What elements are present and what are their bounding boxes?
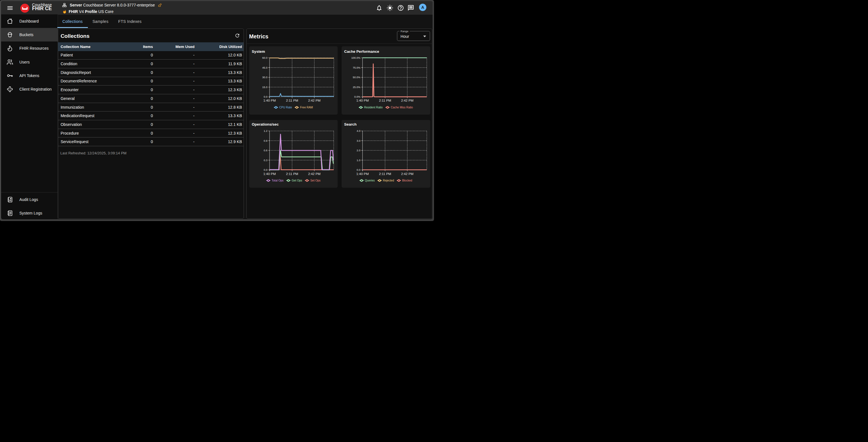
svg-text:60.0: 60.0: [262, 56, 268, 59]
svg-text:Get Ops: Get Ops: [291, 179, 302, 182]
svg-text:0.0: 0.0: [356, 168, 360, 171]
svg-text:2:42 PM: 2:42 PM: [308, 172, 320, 176]
svg-text:50.0%: 50.0%: [353, 76, 361, 79]
svg-text:3.0: 3.0: [356, 139, 360, 142]
svg-text:2:42 PM: 2:42 PM: [401, 172, 413, 176]
svg-text:2:42 PM: 2:42 PM: [401, 99, 413, 102]
svg-text:Search: Search: [344, 122, 356, 127]
svg-text:0.3: 0.3: [264, 159, 267, 162]
svg-text:0.0: 0.0: [264, 168, 267, 171]
svg-text:1:40 PM: 1:40 PM: [356, 172, 369, 176]
svg-text:2:11 PM: 2:11 PM: [286, 99, 298, 102]
svg-text:Resident Ratio: Resident Ratio: [364, 106, 383, 109]
svg-text:Free RAM: Free RAM: [300, 106, 313, 109]
svg-text:2:42 PM: 2:42 PM: [308, 99, 320, 102]
svg-text:CPU Rate: CPU Rate: [279, 106, 292, 109]
svg-text:0.0: 0.0: [264, 95, 267, 98]
svg-text:1:40 PM: 1:40 PM: [356, 99, 369, 102]
svg-text:1:40 PM: 1:40 PM: [264, 172, 276, 176]
svg-text:Cache Miss Ratio: Cache Miss Ratio: [391, 106, 413, 109]
svg-text:0.6: 0.6: [264, 149, 267, 152]
svg-text:2:11 PM: 2:11 PM: [379, 99, 391, 102]
svg-text:100.0%: 100.0%: [351, 56, 361, 59]
svg-text:4.0: 4.0: [356, 129, 360, 132]
svg-text:75.0%: 75.0%: [353, 66, 361, 69]
svg-text:25.0%: 25.0%: [353, 86, 361, 89]
svg-text:Rejected: Rejected: [383, 179, 394, 182]
svg-text:Total Ops: Total Ops: [272, 179, 283, 182]
svg-text:System: System: [252, 49, 265, 54]
svg-text:Operations/sec: Operations/sec: [252, 122, 279, 127]
svg-text:1.0: 1.0: [356, 159, 360, 162]
svg-text:2.0: 2.0: [356, 149, 360, 152]
svg-text:Cache Performance: Cache Performance: [344, 49, 379, 54]
svg-text:15.0: 15.0: [262, 86, 268, 89]
svg-text:Set Ops: Set Ops: [310, 179, 320, 182]
svg-text:2:11 PM: 2:11 PM: [379, 172, 391, 176]
svg-text:45.0: 45.0: [262, 66, 268, 69]
svg-text:30.0: 30.0: [262, 76, 268, 79]
svg-text:0.9: 0.9: [264, 139, 267, 142]
svg-text:1:40 PM: 1:40 PM: [264, 99, 276, 102]
svg-text:0.0%: 0.0%: [354, 95, 361, 98]
svg-text:2:11 PM: 2:11 PM: [286, 172, 298, 176]
svg-text:1.2: 1.2: [264, 129, 267, 132]
svg-text:Queries: Queries: [365, 179, 375, 182]
svg-text:Blocked: Blocked: [402, 179, 412, 182]
